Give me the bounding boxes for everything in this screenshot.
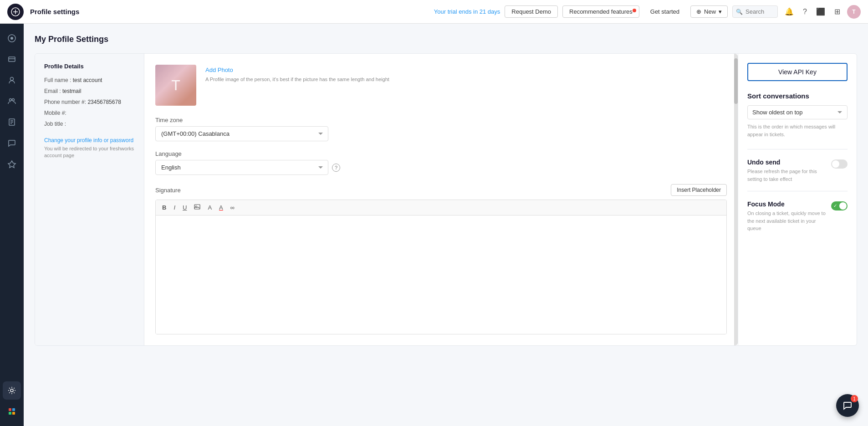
sidebar-bottom [3,381,21,421]
focus-mode-toggle[interactable]: ✓ [831,201,848,210]
redirect-hint: You will be redirected to your freshwork… [44,145,135,159]
signature-section: Signature Insert Placeholder B I U A A ∞ [155,184,727,334]
divider-2 [747,191,848,191]
toggle-knob [839,202,847,210]
undo-send-toggle[interactable] [831,159,848,169]
timezone-select[interactable]: (GMT+00:00) Casablanca(GMT+00:00) UTC(GM… [155,126,328,141]
language-help-icon[interactable]: ? [332,164,340,172]
chat-badge: 1 [851,395,858,402]
page-header-title: Profile settings [30,8,434,15]
image-button[interactable] [192,203,202,212]
svg-point-7 [12,99,15,101]
fullname-field: Full name : test account [44,76,135,84]
phone-value: 23456785678 [87,99,121,105]
underline-button[interactable]: U [181,203,189,212]
sidebar-item-teams[interactable] [3,92,21,110]
italic-button[interactable]: I [172,203,177,212]
language-select[interactable]: EnglishFrenchGermanSpanish [155,160,328,175]
email-value: testmail [62,88,81,94]
email-field: Email : testmail [44,87,135,95]
sidebar [0,24,24,426]
jobtitle-field: Job title : [44,120,135,128]
profile-info-panel: Profile Details Full name : test account… [35,54,144,345]
chat-fab-button[interactable]: 1 [836,394,859,417]
focus-mode-title: Focus Mode [747,200,826,208]
add-photo-link[interactable]: Add Photo [205,67,233,73]
profile-main-area: T Add Photo A Profile image of the perso… [144,54,738,345]
sidebar-item-settings[interactable] [3,381,21,400]
timezone-group: Time zone (GMT+00:00) Casablanca(GMT+00:… [155,117,727,141]
svg-rect-14 [9,408,11,411]
svg-rect-18 [194,205,200,209]
sidebar-item-contacts[interactable] [3,71,21,89]
search-wrapper: 🔍 [732,5,778,18]
undo-send-title: Undo send [747,159,826,166]
language-label: Language [155,150,727,157]
scrollbar-thumb[interactable] [734,58,738,104]
chat-nav-button[interactable]: ⬛ [814,5,827,18]
sort-conversations-title: Sort conversations [747,92,848,100]
focus-mode-row: Focus Mode On closing a ticket, quickly … [747,200,848,232]
app-logo [7,4,24,20]
new-button[interactable]: ⊕ New ▾ [690,5,728,18]
svg-rect-16 [9,412,11,415]
language-row: EnglishFrenchGermanSpanish ? [155,160,727,175]
add-photo-area: Add Photo A Profile image of the person,… [205,65,389,83]
request-demo-button[interactable]: Request Demo [505,5,558,18]
divider-1 [747,149,848,149]
svg-rect-15 [12,408,15,411]
checkmark-icon: ✓ [833,203,837,208]
sidebar-item-grid[interactable] [3,402,21,421]
sidebar-item-home[interactable] [3,29,21,47]
mobile-field: Mobile #: [44,109,135,117]
search-icon: 🔍 [736,9,743,15]
svg-point-19 [196,205,197,206]
svg-point-2 [10,37,13,40]
main-content: My Profile Settings Profile Details Full… [24,24,868,426]
undo-send-desc: Please refresh the page for this setting… [747,168,826,183]
sort-select[interactable]: Show oldest on topShow newest on top [747,105,848,119]
editor-body[interactable] [156,216,726,334]
grid-button[interactable]: ⊞ [832,5,842,18]
get-started-button[interactable]: Get started [644,6,686,17]
scrollbar-area[interactable] [734,54,738,345]
view-api-key-button[interactable]: View API Key [747,63,848,81]
help-button[interactable]: ? [801,5,809,18]
signature-header: Signature Insert Placeholder [155,184,727,196]
sort-hint: This is the order in which messages will… [747,123,848,138]
svg-rect-3 [9,57,15,62]
photo-section: T Add Photo A Profile image of the perso… [155,65,727,106]
change-profile-link[interactable]: Change your profile info or password [44,137,135,144]
insert-placeholder-button[interactable]: Insert Placeholder [671,184,727,196]
recommended-dot [633,9,636,12]
link-button[interactable]: ∞ [229,203,236,212]
svg-point-13 [10,389,13,392]
signature-editor: B I U A A ∞ [155,200,727,334]
profile-photo-display: T [155,65,196,106]
svg-marker-12 [8,161,15,168]
page-title: My Profile Settings [35,35,857,44]
recommended-features-button[interactable]: Recommended features [562,5,639,18]
notifications-button[interactable]: 🔔 [782,5,796,18]
new-icon: ⊕ [696,8,701,15]
trial-notice: Your trial ends in 21 days [434,8,500,15]
phone-field: Phone number #: 23456785678 [44,98,135,106]
font-color-button[interactable]: A [206,203,214,212]
sidebar-item-chat[interactable] [3,134,21,152]
sidebar-item-automations[interactable] [3,155,21,173]
navbar: Profile settings Your trial ends in 21 d… [0,0,868,24]
sidebar-item-reports[interactable] [3,113,21,131]
focus-mode-desc: On closing a ticket, quickly move to the… [747,210,826,232]
undo-send-row: Undo send Please refresh the page for th… [747,159,848,183]
right-panel: View API Key Sort conversations Show old… [738,54,857,345]
svg-rect-17 [12,412,15,415]
bold-button[interactable]: B [160,203,168,212]
signature-label: Signature [155,187,181,194]
fullname-value: test account [73,77,102,83]
navbar-actions: Your trial ends in 21 days Request Demo … [434,5,861,19]
language-group: Language EnglishFrenchGermanSpanish ? [155,150,727,175]
avatar[interactable]: T [847,5,861,19]
sidebar-item-inbox[interactable] [3,50,21,68]
highlight-button[interactable]: A [217,203,225,212]
add-photo-hint: A Profile image of the person, it's best… [205,76,389,83]
